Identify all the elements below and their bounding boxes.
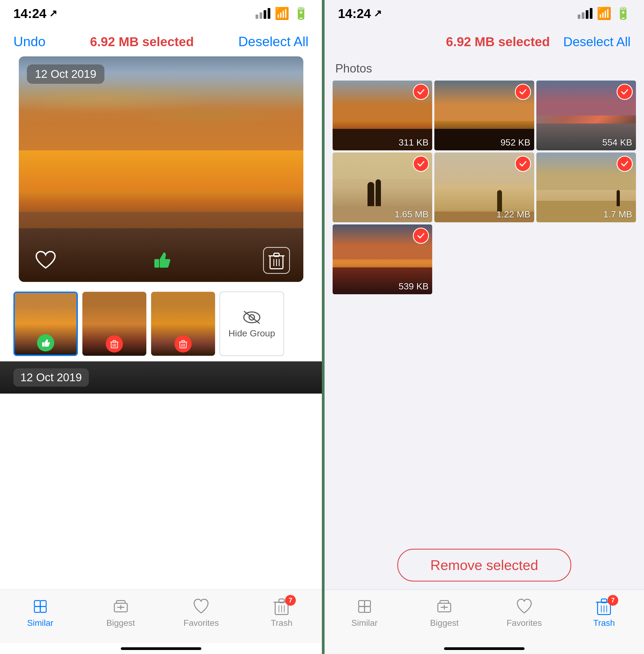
tab-label-trash-left: Trash xyxy=(271,618,293,628)
photos-grid: 311 KB 952 KB xyxy=(332,81,636,294)
status-time-right: 14:24 ↗ xyxy=(338,6,382,21)
check-icon-3 xyxy=(617,84,633,100)
location-arrow-left: ↗ xyxy=(49,8,57,19)
photo-size-1: 311 KB xyxy=(399,137,429,148)
tab-biggest-left[interactable]: Biggest xyxy=(99,597,142,628)
tab-label-trash-right: Trash xyxy=(593,618,615,628)
check-icon-1 xyxy=(413,84,429,100)
tab-label-similar-right: Similar xyxy=(351,618,378,628)
svg-rect-23 xyxy=(34,601,40,607)
home-indicator-left xyxy=(121,647,201,650)
tab-label-favorites-left: Favorites xyxy=(184,618,219,628)
trash-badge-right: 7 xyxy=(607,595,618,606)
tab-favorites-right[interactable]: Favorites xyxy=(503,597,546,628)
home-indicator-right xyxy=(444,647,525,650)
svg-rect-35 xyxy=(365,601,370,607)
photo-size-7: 539 KB xyxy=(399,281,429,292)
check-icon-7 xyxy=(413,228,429,244)
svg-rect-26 xyxy=(40,607,46,612)
photo-size-6: 1.7 MB xyxy=(603,209,632,220)
check-icon-5 xyxy=(515,156,531,172)
status-icons-left: 📶 🔋 xyxy=(256,6,308,20)
tab-biggest-right[interactable]: Biggest xyxy=(423,597,466,628)
thumb-3[interactable] xyxy=(151,292,215,356)
tab-trash-left[interactable]: 7 Trash xyxy=(260,597,303,628)
trash-icon-left: 7 xyxy=(272,597,291,616)
similar-icon-left xyxy=(31,597,50,616)
photo-grid-7[interactable]: 539 KB xyxy=(332,224,432,294)
location-arrow-right: ↗ xyxy=(374,8,382,19)
tab-label-similar-left: Similar xyxy=(27,618,53,628)
signal-icon-right xyxy=(578,8,593,19)
date-label-2: 12 Oct 2019 xyxy=(20,371,82,384)
tab-favorites-left[interactable]: Favorites xyxy=(180,597,223,628)
hide-group-label: Hide Group xyxy=(228,328,275,339)
nav-bar-left: Undo 6.92 MB selected Deselect All xyxy=(0,27,322,57)
large-photo[interactable]: 12 Oct 2019 xyxy=(19,57,303,282)
photo-grid-2[interactable]: 952 KB xyxy=(434,81,534,150)
status-bar-right: 14:24 ↗ 📶 🔋 xyxy=(325,0,644,27)
bottom-tab-bar-right: Similar Biggest Favorites xyxy=(325,590,644,643)
signal-icon-left xyxy=(256,8,270,19)
check-icon-4 xyxy=(413,156,429,172)
thumb-2-badge xyxy=(106,335,123,353)
bottom-tab-bar-left: Similar Biggest Favorites xyxy=(0,590,322,643)
trash-icon-right: 7 xyxy=(595,597,614,616)
heart-button[interactable] xyxy=(32,247,59,274)
photo-grid-3[interactable]: 554 KB xyxy=(536,81,636,150)
svg-rect-25 xyxy=(34,607,40,612)
photo-grid-6[interactable]: 1.7 MB xyxy=(536,153,636,222)
favorites-icon-right xyxy=(515,597,534,616)
photo-grid-1[interactable]: 311 KB xyxy=(332,81,432,150)
status-icons-right: 📶 🔋 xyxy=(578,6,630,20)
svg-rect-16 xyxy=(182,340,184,342)
thumb-3-badge xyxy=(175,335,192,353)
thumb-1-badge xyxy=(37,334,54,352)
svg-rect-36 xyxy=(359,607,365,612)
deselect-all-button-left[interactable]: Deselect All xyxy=(238,34,308,49)
right-panel: 14:24 ↗ 📶 🔋 6.92 MB selected Deselect Al… xyxy=(325,0,644,654)
remove-selected-button[interactable]: Remove selected xyxy=(397,549,571,582)
tab-trash-right[interactable]: 7 Trash xyxy=(582,597,625,628)
wifi-icon-left: 📶 xyxy=(275,6,290,20)
status-time-left: 14:24 ↗ xyxy=(14,6,57,21)
spacer-right xyxy=(325,301,644,541)
tab-similar-left[interactable]: Similar xyxy=(19,597,62,628)
battery-icon-right: 🔋 xyxy=(616,6,630,20)
tab-similar-right[interactable]: Similar xyxy=(343,597,386,628)
svg-rect-7 xyxy=(42,342,44,346)
status-bar-left: 14:24 ↗ 📶 🔋 xyxy=(0,0,322,27)
svg-rect-24 xyxy=(40,601,46,607)
deselect-all-button-right[interactable]: Deselect All xyxy=(563,35,630,49)
check-icon-6 xyxy=(617,156,633,172)
undo-button[interactable]: Undo xyxy=(14,34,46,49)
svg-rect-37 xyxy=(365,607,370,612)
photos-heading: Photos xyxy=(332,62,636,75)
favorites-icon-left xyxy=(192,597,210,616)
thumb-1[interactable] xyxy=(14,292,78,356)
similar-icon-right xyxy=(355,597,374,616)
thumbsup-button[interactable] xyxy=(148,247,175,274)
biggest-icon-left xyxy=(111,597,130,616)
photo-size-5: 1.22 MB xyxy=(496,209,530,220)
photo-grid-5[interactable]: 1.22 MB xyxy=(434,153,534,222)
wifi-icon-right: 📶 xyxy=(597,6,612,20)
selected-info-left: 6.92 MB selected xyxy=(90,35,194,49)
thumb-2[interactable] xyxy=(82,292,146,356)
left-panel: 14:24 ↗ 📶 🔋 Undo 6.92 MB selected Desele… xyxy=(0,0,322,654)
photo-date-badge: 12 Oct 2019 xyxy=(27,64,105,84)
tab-label-favorites-right: Favorites xyxy=(507,618,542,628)
remove-selected-container: Remove selected xyxy=(325,541,644,590)
panel-divider xyxy=(322,0,325,654)
biggest-icon-right xyxy=(435,597,454,616)
photo-grid-4[interactable]: 1.65 MB xyxy=(332,153,432,222)
check-icon-2 xyxy=(515,84,531,100)
photo-size-3: 554 KB xyxy=(602,137,632,148)
date-row-2: 12 Oct 2019 xyxy=(0,361,322,393)
tab-label-biggest-left: Biggest xyxy=(106,618,135,628)
trash-button-main[interactable] xyxy=(263,247,290,274)
hide-icon xyxy=(242,309,261,325)
svg-rect-0 xyxy=(154,259,159,268)
hide-group-button[interactable]: Hide Group xyxy=(220,292,284,356)
photos-section: Photos 311 KB xyxy=(325,57,644,301)
